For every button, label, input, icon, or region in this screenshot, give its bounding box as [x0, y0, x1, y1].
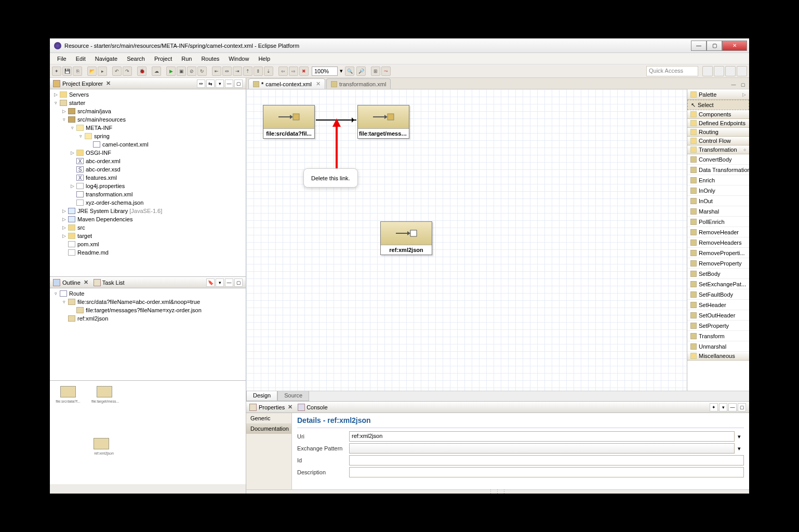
palette-item-setheader[interactable]: SetHeader	[687, 300, 749, 310]
route-canvas[interactable]: file:src/data?fil... file:target/messa..…	[246, 89, 687, 391]
uri-dropdown-icon[interactable]: ▾	[735, 433, 744, 440]
menu-project[interactable]: Project	[150, 55, 176, 63]
align-left-button[interactable]: ⇤	[212, 66, 221, 76]
outline-maximize-button[interactable]: ▢	[234, 278, 243, 287]
tree-src-resources[interactable]: ▿src/main/resources	[50, 115, 246, 124]
new-button[interactable]: ✦	[52, 66, 61, 76]
menu-edit[interactable]: Edit	[72, 55, 90, 63]
tree-maven[interactable]: ▷Maven Dependencies	[50, 215, 246, 223]
palette-item-inonly[interactable]: InOnly	[687, 185, 749, 196]
tab-source[interactable]: Source	[277, 391, 309, 401]
open-task-button[interactable]: 📂	[87, 66, 97, 76]
tree-transformation[interactable]: transformation.xml	[50, 190, 246, 198]
stop-button[interactable]: ⊘	[187, 66, 196, 76]
properties-documentation[interactable]: Documentation	[246, 423, 291, 434]
properties-minimize-button[interactable]: —	[728, 403, 737, 411]
debug-button[interactable]: 🐞	[137, 66, 147, 76]
tree-jre[interactable]: ▷JRE System Library [JavaSE-1.6]	[50, 207, 246, 215]
palette-item-convertbody[interactable]: ConvertBody	[687, 154, 749, 165]
tree-meta-inf[interactable]: ▿META-INF	[50, 124, 246, 132]
tree-starter[interactable]: ▿starter	[50, 99, 246, 107]
tree-camel-context[interactable]: camel-context.xml	[50, 140, 246, 149]
tab-camel-context[interactable]: *camel-context.xml ✕	[248, 78, 325, 89]
layout-button[interactable]: ⊞	[371, 66, 380, 76]
palette-item-setfaultbody[interactable]: SetFaultBody	[687, 289, 749, 300]
align-bottom-button[interactable]: ⇣	[264, 66, 273, 76]
zoom-out-button[interactable]: 🔎	[356, 66, 366, 76]
tree-features[interactable]: Xfeatures.xml	[50, 174, 246, 182]
menu-file[interactable]: File	[53, 55, 71, 63]
tree-readme[interactable]: Readme.md	[50, 248, 246, 257]
node-file-src[interactable]: file:src/data?fil...	[263, 105, 315, 139]
delete-button[interactable]: ✖	[299, 66, 309, 76]
tab-design[interactable]: Design	[246, 391, 277, 401]
collapse-all-button[interactable]: ⇔	[197, 79, 205, 88]
quick-access-input[interactable]: Quick Access	[646, 66, 698, 76]
sash-grip[interactable]: ⋮⋮⋮	[246, 489, 749, 494]
palette-collapse-icon[interactable]: ▷	[742, 92, 746, 97]
save-button[interactable]: 💾	[62, 66, 72, 76]
forward-button[interactable]: ⇨	[289, 66, 298, 76]
palette-item-marshal[interactable]: Marshal	[687, 206, 749, 217]
tab-transformation[interactable]: transformation.xml	[326, 78, 391, 89]
tree-spring[interactable]: ▿spring	[50, 132, 246, 140]
align-right-button[interactable]: ⇥	[233, 66, 242, 76]
exchange-dropdown-icon[interactable]: ▾	[735, 445, 744, 452]
uri-field[interactable]: ref:xml2json	[349, 431, 735, 442]
outline-route[interactable]: ▿Route	[50, 289, 246, 298]
palette-item-transform[interactable]: Transform	[687, 331, 749, 341]
properties-menu-button[interactable]: ▾	[719, 403, 727, 411]
palette-section-routing[interactable]: Routing	[687, 128, 749, 137]
palette-item-removeproperti-[interactable]: RemoveProperti...	[687, 248, 749, 258]
tree-log4j[interactable]: ▷log4j.properties	[50, 182, 246, 190]
outline-menu-button[interactable]: ▾	[216, 278, 224, 287]
palette-item-setproperty[interactable]: SetProperty	[687, 321, 749, 331]
palette-section-misc[interactable]: Miscellaneous	[687, 352, 749, 361]
zoom-input[interactable]	[312, 66, 338, 76]
menu-run[interactable]: Run	[177, 55, 196, 63]
tree-target[interactable]: ▷target	[50, 232, 246, 240]
editor-maximize-button[interactable]: ▢	[739, 81, 747, 89]
resource-perspective-button[interactable]	[714, 66, 724, 76]
palette-item-removeproperty[interactable]: RemoveProperty	[687, 258, 749, 269]
properties-generic[interactable]: Generic	[246, 413, 291, 423]
outline-filter-button[interactable]: 🔖	[206, 278, 215, 287]
palette-section-endpoints[interactable]: Defined Endpoints	[687, 119, 749, 128]
node-file-target[interactable]: file:target/messa...	[357, 105, 409, 139]
remote-button[interactable]: ☁	[152, 66, 161, 76]
zoom-in-button[interactable]: 🔍	[345, 66, 354, 76]
run-as-button[interactable]: ▣	[177, 66, 186, 76]
editor-minimize-button[interactable]: —	[729, 81, 738, 89]
palette-item-enrich[interactable]: Enrich	[687, 175, 749, 185]
redo-button[interactable]: ↷	[123, 66, 132, 76]
tab-console[interactable]: Console	[298, 404, 327, 411]
link-editor-button[interactable]: ⇆	[206, 79, 215, 88]
outline-item3[interactable]: ref:xml2json	[50, 314, 246, 323]
route-button[interactable]: ⤳	[381, 66, 391, 76]
outline-minimize-button[interactable]: —	[225, 278, 233, 287]
properties-maximize-button[interactable]: ▢	[738, 403, 746, 411]
minimize-view-button[interactable]: —	[225, 79, 233, 88]
debug-perspective-button[interactable]	[737, 66, 747, 76]
menu-window[interactable]: Window	[224, 55, 253, 63]
run-button[interactable]: ▶	[166, 66, 176, 76]
menu-search[interactable]: Search	[123, 55, 149, 63]
menu-navigate[interactable]: Navigate	[91, 55, 122, 63]
tree-abc-xml[interactable]: Xabc-order.xml	[50, 157, 246, 165]
minimize-button[interactable]: —	[691, 41, 707, 51]
fuse-perspective-button[interactable]	[725, 66, 736, 76]
align-middle-button[interactable]: ⇕	[254, 66, 263, 76]
menu-routes[interactable]: Routes	[197, 55, 223, 63]
open-perspective-button[interactable]	[702, 66, 713, 76]
close-button[interactable]: ✕	[722, 41, 747, 51]
palette-item-setoutheader[interactable]: SetOutHeader	[687, 310, 749, 321]
palette-section-control[interactable]: Control Flow	[687, 137, 749, 145]
properties-close-icon[interactable]: ✕	[288, 404, 292, 410]
node-ref-xml2json[interactable]: ref:xml2json	[380, 221, 432, 255]
palette-item-setexchangepat-[interactable]: SetExchangePat...	[687, 279, 749, 289]
tree-servers[interactable]: ▷Servers	[50, 90, 246, 99]
palette-item-removeheader[interactable]: RemoveHeader	[687, 227, 749, 237]
project-explorer-close-icon[interactable]: ✕	[106, 80, 111, 87]
back-button[interactable]: ⇦	[278, 66, 288, 76]
tab-close-icon[interactable]: ✕	[316, 81, 321, 87]
